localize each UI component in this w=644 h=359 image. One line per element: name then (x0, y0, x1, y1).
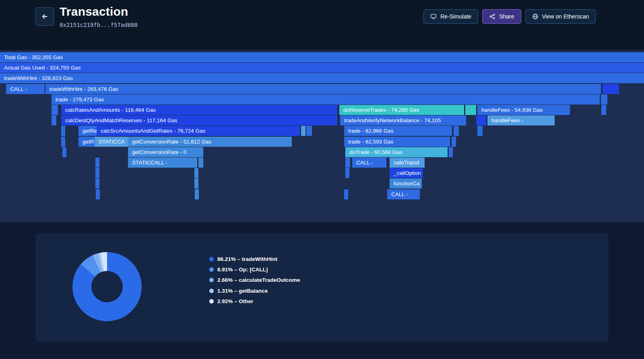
gas-profiler-flamegraph: Total Gas - 352,355 GasActual Gas Used -… (0, 50, 644, 222)
donut-chart (72, 252, 142, 321)
flame-bar[interactable]: tradeWithHint - 328,823 Gas (0, 73, 644, 83)
transaction-page: Transaction 0x2151c219fb...f57ad880 Re-S… (0, 0, 644, 359)
flame-bar[interactable]: STATICCALL - (128, 158, 197, 168)
legend-dot (209, 257, 214, 261)
flame-bar[interactable]: getConversionRate - 51,612 Gas (128, 137, 292, 147)
flame-bar-fragment[interactable] (195, 189, 199, 199)
monitor-icon (430, 13, 437, 20)
header: Transaction 0x2151c219fb...f57ad880 Re-S… (0, 0, 644, 50)
resimulate-label: Re-Simulate (440, 13, 471, 20)
share-button[interactable]: Share (482, 9, 521, 24)
legend-label: 86.21% – tradeWithHint (217, 256, 277, 262)
back-button[interactable] (35, 7, 54, 26)
flame-bar[interactable]: CALL - (6, 84, 45, 94)
legend-label: 6.91% – Op: [CALL] (217, 267, 268, 273)
resimulate-button[interactable]: Re-Simulate (423, 9, 478, 24)
flame-bar[interactable]: _callOption (390, 168, 423, 178)
legend-item: 6.91% – Op: [CALL] (209, 264, 300, 275)
legend: 86.21% – tradeWithHint6.91% – Op: [CALL]… (209, 254, 300, 307)
flame-bar-fragment[interactable] (96, 189, 100, 199)
legend-item: 2.66% – calculateTradeOutcome (209, 275, 300, 285)
flame-bar-fragment[interactable] (306, 126, 312, 136)
flame-bar-fragment[interactable] (476, 115, 486, 125)
flame-bar[interactable]: getConversionRate - 0 (128, 147, 203, 157)
share-icon (489, 13, 495, 20)
share-label: Share (499, 13, 514, 20)
legend-item: 86.21% – tradeWithHint (209, 254, 300, 264)
flame-bar[interactable]: getRe (78, 126, 97, 136)
flame-bar-fragment[interactable] (344, 189, 348, 199)
flame-bar[interactable]: trade - 279,473 Gas (52, 94, 600, 105)
flame-bar-fragment[interactable] (62, 147, 66, 157)
flame-bar[interactable]: doTrade - 60,568 Gas (345, 147, 448, 157)
donut-hole (91, 271, 123, 302)
flame-bar[interactable]: tradeAndVerifyNetworkBalance - 74,105 (340, 115, 466, 125)
flame-bar-fragment[interactable] (345, 168, 349, 178)
flame-bar-fragment[interactable] (301, 126, 305, 136)
back-arrow-icon (41, 13, 48, 20)
flame-bar[interactable]: calcSrcAmountsAndGetRates - 76,724 Gas (97, 126, 300, 136)
flame-bar-fragment[interactable] (198, 158, 203, 168)
legend-label: 2.92% – Other (217, 298, 253, 304)
flame-bar[interactable]: handleFees - 54,936 Gas (477, 105, 570, 115)
flame-bar[interactable]: CALL - (387, 189, 420, 199)
flame-bar[interactable]: getR (78, 137, 95, 147)
flame-bar[interactable]: trade - 62,966 Gas (344, 126, 452, 136)
gas-breakdown-panel: 86.21% – tradeWithHint6.91% – Op: [CALL]… (35, 233, 609, 342)
flame-bar-fragment[interactable] (52, 105, 58, 115)
page-title: Transaction (60, 5, 138, 18)
flame-bar[interactable]: CALL - (352, 158, 386, 168)
legend-item: 1.31% – getBalance (209, 285, 300, 296)
flame-bar[interactable]: calcDestQtyAndMatchReserves - 117,164 Ga… (61, 115, 337, 125)
flame-bar[interactable]: STATICCA (95, 137, 128, 147)
flame-bar-fragment[interactable] (603, 84, 619, 94)
flame-bar-fragment[interactable] (95, 168, 99, 178)
flame-bar[interactable]: doReserveTrades - 74,260 Gas (339, 105, 464, 115)
legend-label: 1.31% – getBalance (217, 288, 268, 294)
flame-bar-fragment[interactable] (95, 158, 99, 168)
flame-bar-fragment[interactable] (454, 126, 459, 136)
etherscan-button[interactable]: View on Etherscan (525, 9, 596, 24)
flame-bar[interactable]: Total Gas - 352,355 Gas (0, 52, 644, 62)
flame-bar-fragment[interactable] (61, 126, 65, 136)
flame-bar-fragment[interactable] (449, 147, 453, 157)
flame-bar-fragment[interactable] (477, 126, 483, 136)
flame-bar[interactable]: calcRatesAndAmounts - 118,464 Gas (61, 105, 337, 115)
flame-bar-fragment[interactable] (601, 94, 607, 105)
title-block: Transaction 0x2151c219fb...f57ad880 (60, 5, 138, 28)
flame-bar-fragment[interactable] (601, 105, 606, 115)
flame-bar-fragment[interactable] (345, 158, 350, 168)
etherscan-label: View on Etherscan (542, 13, 589, 20)
breakdown-section: 86.21% – tradeWithHint6.91% – Op: [CALL]… (0, 233, 644, 359)
flame-bar[interactable]: safeTransf (390, 158, 425, 168)
legend-dot (209, 289, 214, 293)
globe-icon (532, 13, 539, 20)
legend-dot (209, 278, 214, 282)
flame-bar[interactable]: trade - 62,593 Gas (344, 137, 450, 147)
flame-bar-fragment[interactable] (452, 137, 456, 147)
flame-bar-fragment[interactable] (61, 137, 65, 147)
flame-bar-fragment[interactable] (465, 105, 476, 115)
legend-label: 2.66% – calculateTradeOutcome (217, 277, 300, 283)
legend-dot (209, 299, 214, 304)
flame-bar-fragment[interactable] (95, 178, 99, 189)
flame-bar[interactable]: tradeWithHint - 283,476 Gas (45, 84, 601, 94)
legend-item: 2.92% – Other (209, 296, 300, 307)
legend-dot (209, 267, 214, 272)
flame-bar-fragment[interactable] (194, 168, 198, 178)
flame-bar[interactable]: handleFees - (487, 115, 555, 125)
flame-bar[interactable]: Actual Gas Used - 324,755 Gas (0, 63, 644, 73)
flame-bar-fragment[interactable] (52, 115, 56, 125)
flame-bar-fragment[interactable] (194, 178, 198, 189)
flame-bar[interactable]: functionCa (390, 178, 422, 189)
header-actions: Re-Simulate Share View on Etherscan (423, 9, 596, 24)
transaction-hash: 0x2151c219fb...f57ad880 (60, 22, 138, 28)
